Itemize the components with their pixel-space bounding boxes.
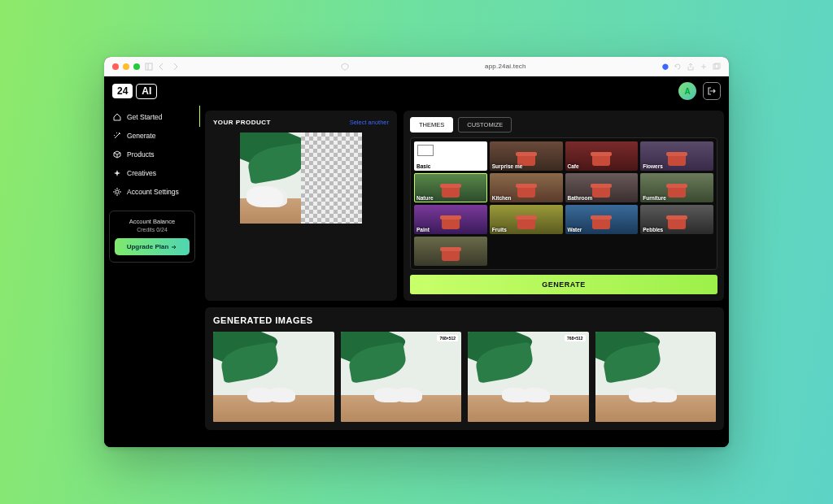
product-preview[interactable] [240,133,362,224]
sidebar-item-generate[interactable]: Generate [109,128,195,144]
theme-flowers[interactable]: Flowers [640,141,713,171]
theme-furniture[interactable]: Furniture [640,173,713,202]
theme-fruits[interactable]: Fruits [490,205,563,234]
theme-paint[interactable]: Paint [414,205,487,234]
svg-rect-0 [146,63,152,70]
sidebar-item-label: Account Settings [127,188,179,196]
gear-icon [112,187,122,197]
themes-tabs: THEMES CUSTOMIZE [410,117,717,133]
back-icon[interactable] [158,63,166,71]
app-logo[interactable]: 24 AI [112,84,157,99]
new-tab-icon[interactable] [700,63,708,71]
box-icon [112,150,122,159]
generated-images-row: 768×512 768×512 [213,332,716,422]
theme-cafe[interactable]: Cafe [565,141,639,171]
generated-images-title: GENERATED IMAGES [213,315,716,325]
themes-panel: THEMES CUSTOMIZE Basic Surprise me Cafe … [403,111,724,301]
theme-label: Furniture [643,195,666,201]
minimize-window-icon[interactable] [123,63,129,70]
address-bar[interactable]: app.24ai.tech [354,63,657,70]
theme-water[interactable]: Water [565,205,639,234]
generate-button[interactable]: GENERATE [410,275,717,294]
forward-icon[interactable] [171,63,179,71]
app-topbar: 24 AI A [104,76,729,106]
theme-basic[interactable]: Basic [414,141,487,171]
traffic-lights[interactable] [112,63,140,70]
theme-label: Kitchen [492,195,512,201]
browser-chrome: app.24ai.tech ⬤ [104,57,729,76]
sidebar: Get Started Generate Products Creatives … [104,106,200,447]
account-credits: Credits 0/24 [115,227,190,232]
generated-image[interactable]: 768×512 [341,332,462,422]
upgrade-plan-label: Upgrade Plan [127,243,169,250]
sparkles-icon [112,168,122,178]
theme-bathroom[interactable]: Bathroom [565,173,639,202]
generated-image[interactable] [595,332,717,422]
theme-kitchen[interactable]: Kitchen [490,173,563,202]
theme-label: Surprise me [492,163,523,169]
maximize-window-icon[interactable] [133,63,140,70]
sidebar-item-account-settings[interactable]: Account Settings [109,184,195,200]
app-root: 24 AI A Get Started Generate [104,76,729,447]
logo-part-1: 24 [112,84,133,98]
share-icon[interactable] [687,63,695,71]
generated-image[interactable]: 768×512 [468,332,589,422]
theme-label: Water [568,227,582,232]
theme-label: Flowers [643,163,663,169]
theme-surprise-me[interactable]: Surprise me [490,141,563,171]
themes-grid-wrap: Basic Surprise me Cafe Flowers Nature Ki… [410,137,717,270]
tab-themes[interactable]: THEMES [410,117,453,133]
theme-label: Nature [416,195,434,201]
generated-images-panel: GENERATED IMAGES 768×512 768×512 [205,307,724,430]
sidebar-item-products[interactable]: Products [109,146,195,163]
sidebar-item-get-started[interactable]: Get Started [109,109,195,125]
browser-window: app.24ai.tech ⬤ 24 AI A Get [104,57,729,447]
generated-image[interactable] [213,332,334,422]
resolution-badge: 768×512 [565,335,586,341]
themes-grid: Basic Surprise me Cafe Flowers Nature Ki… [414,141,713,234]
extension-badge[interactable]: ⬤ [662,63,669,70]
main-area: YOUR PRODUCT Select another [200,106,729,447]
magic-wand-icon [112,131,122,141]
theme-label: Pebbles [643,227,663,232]
your-product-title: YOUR PRODUCT [213,119,271,126]
theme-label: Cafe [568,163,579,169]
theme-nature[interactable]: Nature [414,173,487,202]
close-window-icon[interactable] [112,63,119,70]
your-product-panel: YOUR PRODUCT Select another [205,111,397,301]
sidebar-item-label: Get Started [127,113,162,121]
sidebar-item-label: Products [127,150,155,159]
reload-icon[interactable] [674,63,682,71]
theme-label: Fruits [492,227,507,232]
shield-icon[interactable] [341,63,349,71]
logout-icon [707,86,717,96]
sidebar-item-label: Creatives [127,169,156,177]
logout-button[interactable] [703,82,721,100]
theme-label: Basic [416,163,430,169]
arrow-right-icon [171,244,177,250]
transparency-checker [301,133,362,224]
logo-part-2: AI [136,84,157,99]
theme-pebbles[interactable]: Pebbles [640,205,713,234]
sidebar-item-creatives[interactable]: Creatives [109,165,195,181]
home-icon [112,112,122,122]
account-balance-card: Account Balance Credits 0/24 Upgrade Pla… [109,211,195,263]
svg-point-4 [116,190,119,193]
sidebar-toggle-icon[interactable] [145,63,153,71]
sidebar-item-label: Generate [127,132,155,140]
resolution-badge: 768×512 [437,335,458,341]
upgrade-plan-button[interactable]: Upgrade Plan [115,238,190,255]
theme-label: Bathroom [568,195,593,201]
theme-label: Paint [416,227,430,232]
avatar[interactable]: A [678,82,696,100]
account-balance-title: Account Balance [115,218,190,225]
select-another-link[interactable]: Select another [350,119,389,126]
tabs-icon[interactable] [713,63,721,71]
theme-extra[interactable] [414,237,487,266]
tab-customize[interactable]: CUSTOMIZE [458,117,512,133]
